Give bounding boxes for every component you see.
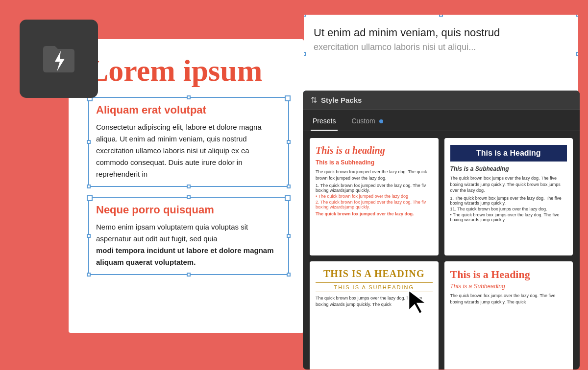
selection-handle (187, 185, 191, 188)
selection-handle (304, 15, 306, 17)
app-icon (20, 20, 98, 98)
style-card-4[interactable]: This is a Heading This is a Subheading T… (444, 261, 573, 370)
card1-heading: This is a heading (316, 145, 433, 156)
card1-bold-text: The quick brown fox jumped over the lazy… (316, 211, 433, 216)
card1-subheading: This is a Subheading (316, 159, 433, 166)
app-icon-svg (39, 39, 78, 78)
card2-list-item2: 11. The quick brown box jumps over the l… (450, 207, 567, 211)
card2-body: The quick brown box jumps over the lazy … (450, 175, 567, 194)
tabs-row: Presets Custom (303, 110, 580, 131)
style-cards-grid: This is a heading This is a Subheading T… (303, 131, 580, 370)
selection-handle (576, 52, 578, 56)
card4-heading: This is a Heading (450, 268, 567, 281)
card2-heading: This is a Heading (450, 145, 567, 162)
selection-handle (187, 95, 191, 99)
background-document: Ut enim ad minim veniam, quis nostrud ex… (304, 15, 578, 93)
document-panel: Lorem ipsum Aliquam erat volutpat Consec… (69, 39, 304, 333)
bg-doc-text-line2: exercitation ullamco laboris nisi ut ali… (314, 41, 568, 54)
card4-subheading: This is a Subheading (450, 283, 567, 290)
tab-custom[interactable]: Custom (349, 114, 385, 131)
selection-handle (87, 140, 91, 144)
selection-handle (576, 15, 578, 17)
style-packs-panel: ⇅ Style Packs Presets Custom This is a h… (303, 91, 580, 370)
section2-body-bold: modi tempora incidunt ut labore et dolor… (96, 245, 281, 268)
selection-handle (287, 140, 291, 144)
card1-body: The quick brown fox jumped over the lazy… (316, 169, 433, 181)
style-card-2[interactable]: This is a Heading This is a Subheading T… (444, 138, 573, 255)
card4-body: The quick brown fox jumps over the lazy … (450, 293, 567, 305)
card2-list-item1: 1. The quick brown box jumps over the la… (450, 196, 567, 206)
card2-bullet: • The quick brown box jumps over the laz… (450, 212, 567, 222)
section1-heading: Aliquam erat volutpat (96, 104, 281, 116)
card1-list-item2: • The quick brown fox jumped over the la… (316, 194, 433, 199)
style-panel-header: ⇅ Style Packs (303, 91, 580, 110)
selection-handle (439, 15, 443, 17)
selection-handle (87, 273, 91, 277)
card1-list-item: 1. The quick brown fox jumped over the l… (316, 183, 433, 193)
selection-handle (287, 234, 291, 238)
section2-body-normal: Nemo enim ipsam voluptatem quia voluptas… (96, 221, 281, 245)
style-panel-title: Style Packs (321, 96, 362, 104)
card3-heading: THIS IS A HEADING (316, 268, 433, 279)
selection-handle (187, 195, 191, 199)
card2-subheading: This is a Subheading (450, 165, 567, 172)
doc-section-1: Aliquam erat volutpat Consectetur adipis… (88, 97, 289, 187)
style-packs-icon: ⇅ (311, 95, 317, 105)
selection-handle (287, 273, 291, 277)
style-card-1[interactable]: This is a heading This is a Subheading T… (310, 138, 439, 255)
selection-handle (87, 185, 91, 188)
custom-tab-dot (379, 119, 383, 123)
selection-handle (287, 185, 291, 188)
section1-body: Consectetur adipiscing elit, labore et d… (96, 121, 281, 180)
tab-presets[interactable]: Presets (311, 114, 338, 131)
cursor-arrow (407, 288, 431, 317)
doc-title: Lorem ipsum (88, 54, 289, 87)
selection-handle (187, 273, 191, 277)
doc-section-2: Neque porro quisquam Nemo enim ipsam vol… (88, 197, 289, 275)
bg-doc-text-line1: Ut enim ad minim veniam, quis nostrud (314, 24, 568, 41)
card1-list-item3: 2. The quick brown fox jumped over the l… (316, 200, 433, 209)
selection-handle (304, 52, 306, 56)
section2-heading: Neque porro quisquam (96, 204, 281, 216)
selection-handle (87, 234, 91, 238)
